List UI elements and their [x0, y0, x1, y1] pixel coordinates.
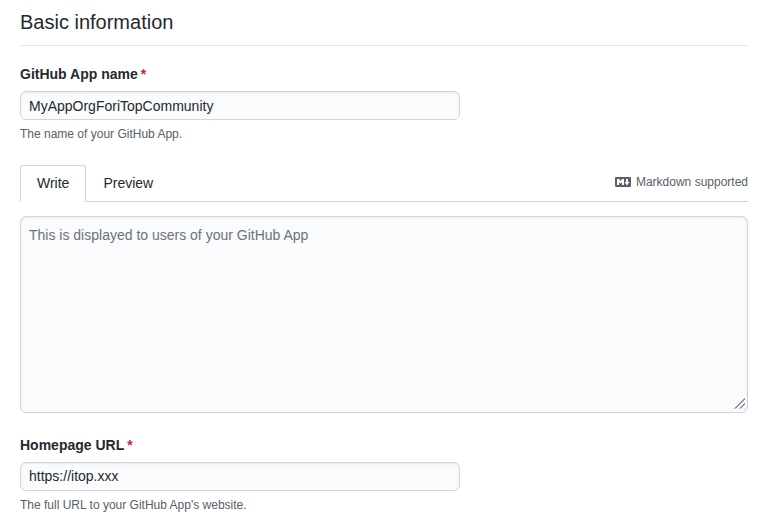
tab-write[interactable]: Write [20, 165, 86, 202]
markdown-supported-label: Markdown supported [636, 175, 748, 189]
required-asterisk: * [141, 66, 146, 82]
markdown-supported-note: Markdown supported [615, 174, 748, 192]
basic-information-section: Basic information GitHub App name* The n… [20, 0, 748, 513]
app-name-label: GitHub App name* [20, 66, 748, 83]
app-name-form-group: GitHub App name* The name of your GitHub… [20, 66, 748, 143]
homepage-url-form-group: Homepage URL* The full URL to your GitHu… [20, 437, 748, 514]
description-textarea[interactable] [20, 216, 748, 413]
homepage-url-label: Homepage URL* [20, 437, 748, 454]
description-textarea-wrap [20, 216, 748, 413]
editor-tabnav: Write Preview Markdown supported [20, 165, 748, 202]
markdown-icon [615, 174, 631, 190]
homepage-url-help-text: The full URL to your GitHub App's websit… [20, 498, 748, 514]
description-editor: Write Preview Markdown supported [20, 165, 748, 413]
app-name-input[interactable] [20, 91, 460, 120]
required-asterisk: * [127, 437, 132, 453]
app-name-help-text: The name of your GitHub App. [20, 127, 748, 143]
homepage-url-input[interactable] [20, 462, 460, 491]
tab-preview[interactable]: Preview [86, 165, 170, 201]
page-title: Basic information [20, 8, 748, 46]
app-name-label-text: GitHub App name [20, 66, 138, 82]
homepage-url-label-text: Homepage URL [20, 437, 124, 453]
